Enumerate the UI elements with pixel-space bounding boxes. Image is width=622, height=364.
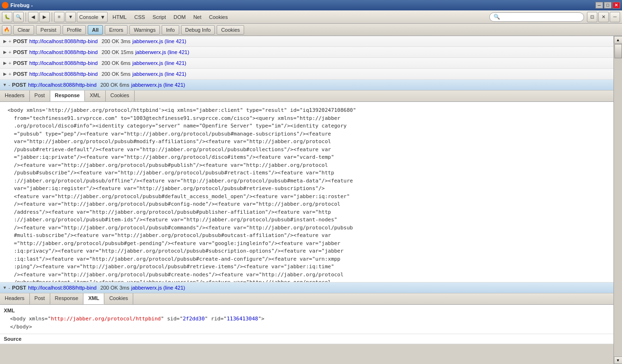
maximize-button[interactable]: □ — [604, 2, 612, 9]
nav-tab-css[interactable]: CSS — [132, 13, 147, 21]
firebug-logo-btn[interactable]: 🐛 — [2, 12, 12, 22]
detail-content-6[interactable]: XML <body xmlns="http://jabber.org/proto… — [0, 305, 613, 334]
scroll-track[interactable] — [614, 44, 622, 356]
forward-btn[interactable]: ▶ — [39, 12, 50, 22]
detail-tab-xml-5[interactable]: XML — [85, 91, 106, 101]
detail-tab-headers-5[interactable]: Headers — [0, 91, 30, 101]
window-controls: ─ □ ✕ — [595, 2, 620, 9]
log-entry-4: ▶ + POST http://localhost:8088/http-bind… — [0, 69, 613, 80]
console-arrow: ▼ — [100, 14, 105, 20]
log-source-5[interactable]: jabberwerx.js (line 421) — [131, 82, 185, 88]
log-entry-header-5[interactable]: ▼ - POST http://localhost:8088/http-bind… — [0, 80, 613, 90]
all-tab[interactable]: All — [88, 25, 103, 35]
log-entry-2: ▶ + POST http://localhost:8088/http-bind… — [0, 47, 613, 58]
log-entry-3: ▶ + POST http://localhost:8088/http-bind… — [0, 58, 613, 69]
search-box[interactable]: 🔍 — [489, 12, 584, 22]
log-entry-header-4[interactable]: ▶ + POST http://localhost:8088/http-bind… — [0, 69, 613, 79]
log-url-5[interactable]: http://localhost:8088/http-bind — [28, 82, 96, 88]
log-status-6: 200 OK 3ms — [101, 285, 129, 291]
back-btn[interactable]: ◀ — [28, 12, 38, 22]
plus-icon-3: + — [9, 61, 11, 66]
xml-sid-value: 2f2dd30 — [183, 316, 205, 322]
log-entry-header-2[interactable]: ▶ + POST http://localhost:8088/http-bind… — [0, 47, 613, 57]
log-scroll-panel[interactable]: ▶ + POST http://localhost:8088/http-bind… — [0, 36, 613, 364]
detail-tabs-6: Headers Post Response XML Cookies — [0, 293, 613, 305]
log-url-2[interactable]: http://localhost:8088/http-bind — [29, 49, 98, 55]
log-url-4[interactable]: http://localhost:8088/http-bind — [29, 71, 98, 77]
detail-tab-response-6[interactable]: Response — [50, 293, 84, 304]
plus-icon-4: + — [9, 72, 11, 77]
minus-icon-5: - — [9, 82, 10, 88]
log-status-2: 200 OK 15ms — [101, 49, 133, 55]
close-panel-btn[interactable]: ✕ — [598, 12, 609, 22]
log-url-6[interactable]: http://localhost:8088/http-bind — [28, 285, 96, 291]
log-entry-header-6[interactable]: ▼ - POST http://localhost:8088/http-bind… — [0, 282, 613, 293]
search-input[interactable] — [502, 14, 580, 20]
xml-body-content: <body xmlns="http://jabber.org/protocol/… — [4, 315, 610, 331]
log-source-4[interactable]: jabberwerx.js (line 421) — [132, 71, 186, 77]
log-method-4: POST — [13, 71, 27, 77]
scroll-up-btn[interactable]: ▲ — [614, 36, 622, 44]
log-method-5: POST — [12, 82, 26, 88]
nav-tab-cookies[interactable]: Cookies — [207, 13, 230, 21]
log-source-1[interactable]: jabberwerx.js (line 421) — [132, 38, 186, 44]
close-button[interactable]: ✕ — [613, 2, 620, 9]
filter-icon-btn[interactable]: 🔥 — [2, 25, 11, 35]
search-icon: 🔍 — [494, 14, 500, 20]
detail-tab-cookies-5[interactable]: Cookies — [106, 91, 135, 101]
detail-tab-cookies-6[interactable]: Cookies — [104, 293, 133, 304]
log-method-1: POST — [13, 38, 27, 44]
xml-rid-value: 1136413048 — [227, 316, 258, 322]
log-status-5: 200 OK 6ms — [101, 82, 129, 88]
minus-icon-6: - — [9, 285, 10, 291]
options-btn[interactable]: ≡ — [54, 12, 64, 22]
log-entry-header-1[interactable]: ▶ + POST http://localhost:8088/http-bind… — [0, 36, 613, 46]
log-status-4: 200 OK 5ms — [101, 71, 130, 77]
source-label: Source — [0, 334, 613, 344]
expand-arrow-2: ▶ — [2, 49, 8, 55]
scroll-thumb[interactable] — [614, 44, 622, 58]
detail-tab-headers-6[interactable]: Headers — [0, 293, 30, 304]
nav-tab-script[interactable]: Script — [151, 13, 168, 21]
log-source-3[interactable]: jabberwerx.js (line 421) — [132, 60, 186, 66]
log-source-2[interactable]: jabberwerx.js (line 421) — [135, 49, 189, 55]
info-tab[interactable]: Info — [162, 25, 179, 35]
console-dropdown[interactable]: Console ▼ — [77, 12, 108, 22]
log-source-6[interactable]: jabberwerx.js (line 421) — [131, 285, 185, 291]
log-entry-header-3[interactable]: ▶ + POST http://localhost:8088/http-bind… — [0, 58, 613, 68]
nav-tab-html[interactable]: HTML — [110, 13, 128, 21]
scroll-down-btn[interactable]: ▼ — [614, 356, 622, 364]
expand-arrow-5: ▼ — [2, 82, 8, 88]
persist-btn[interactable]: Persist — [36, 25, 61, 35]
warnings-tab[interactable]: Warnings — [129, 25, 160, 35]
nav-tab-net[interactable]: Net — [192, 13, 203, 21]
dropdown-arrow-btn[interactable]: ▼ — [65, 12, 76, 22]
log-entry-6: ▼ - POST http://localhost:8088/http-bind… — [0, 282, 613, 344]
detail-tab-xml-6[interactable]: XML — [83, 293, 104, 304]
expand-arrow-6: ▼ — [2, 285, 8, 291]
errors-tab[interactable]: Errors — [105, 25, 128, 35]
debug-info-tab[interactable]: Debug Info — [181, 25, 215, 35]
detail-tab-post-6[interactable]: Post — [30, 293, 50, 304]
log-url-1[interactable]: http://localhost:8088/http-bind — [29, 38, 98, 44]
expand-arrow-3: ▶ — [2, 60, 8, 66]
firebug-icon — [2, 2, 9, 9]
profile-btn[interactable]: Profile — [63, 25, 86, 35]
detail-tab-post-5[interactable]: Post — [30, 91, 50, 101]
minimize-button[interactable]: ─ — [595, 2, 603, 9]
nav-tab-dom[interactable]: DOM — [172, 13, 188, 21]
detach-btn[interactable]: ⊡ — [587, 12, 597, 22]
inspect-btn[interactable]: 🔍 — [13, 12, 24, 22]
detail-tab-response-5[interactable]: Response — [50, 91, 85, 101]
cookies-filter-tab[interactable]: Cookies — [217, 25, 244, 35]
log-url-3[interactable]: http://localhost:8088/http-bind — [29, 60, 98, 66]
minimize-panel-btn[interactable]: ─ — [610, 12, 620, 22]
log-entry-5: ▼ - POST http://localhost:8088/http-bind… — [0, 80, 613, 282]
clear-filter-btn[interactable]: Clear — [13, 25, 34, 35]
detail-content-5[interactable]: <body xmlns='http://jabber.org/protocol/… — [0, 102, 613, 282]
nav-tabs: HTML CSS Script DOM Net Cookies — [110, 13, 229, 21]
side-scrollbar: ▲ ▼ — [613, 36, 622, 364]
plus-icon-1: + — [9, 39, 11, 44]
xml-label: XML — [4, 308, 610, 313]
log-status-3: 200 OK 6ms — [101, 60, 130, 66]
